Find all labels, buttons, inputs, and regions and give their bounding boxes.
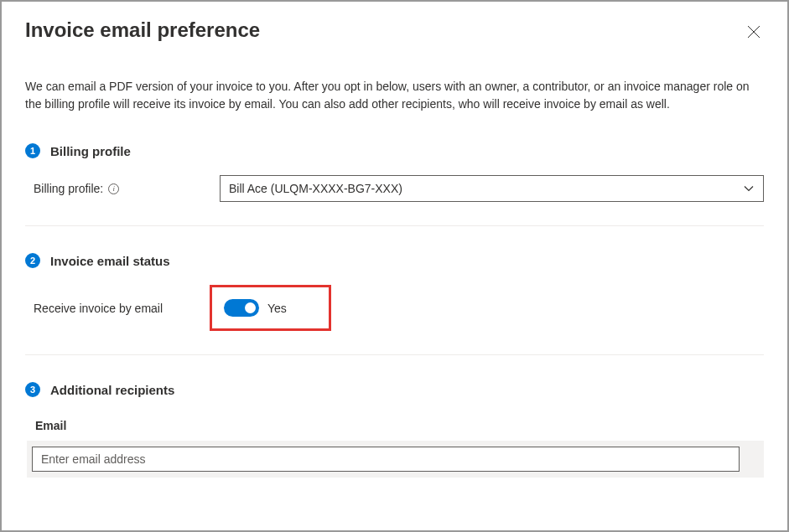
email-input[interactable] xyxy=(32,447,740,472)
description-text: We can email a PDF version of your invoi… xyxy=(25,78,764,113)
step-2-title: Invoice email status xyxy=(50,254,170,268)
chevron-down-icon xyxy=(743,183,755,194)
page-title: Invoice email preference xyxy=(25,18,260,42)
highlight-box: Yes xyxy=(210,285,331,331)
step-2-number: 2 xyxy=(25,253,40,268)
close-icon xyxy=(747,25,760,39)
billing-profile-dropdown[interactable]: Bill Ace (ULQM-XXXX-BG7-XXX) xyxy=(220,175,764,202)
toggle-knob xyxy=(245,302,256,313)
divider xyxy=(25,354,764,355)
email-row xyxy=(27,441,764,478)
step-3-number: 3 xyxy=(25,382,40,397)
billing-profile-label-text: Billing profile: xyxy=(34,182,103,195)
step-1-number: 1 xyxy=(25,143,40,158)
info-icon[interactable]: i xyxy=(108,183,119,194)
toggle-value: Yes xyxy=(267,302,287,315)
billing-profile-label: Billing profile: i xyxy=(25,182,220,195)
billing-profile-value: Bill Ace (ULQM-XXXX-BG7-XXX) xyxy=(229,182,402,195)
email-label: Email xyxy=(27,419,764,432)
receive-invoice-label: Receive invoice by email xyxy=(25,302,210,315)
divider xyxy=(25,225,764,226)
step-3-title: Additional recipients xyxy=(50,383,174,397)
step-1-title: Billing profile xyxy=(50,144,131,158)
receive-invoice-toggle[interactable] xyxy=(224,299,259,317)
close-button[interactable] xyxy=(744,22,764,44)
